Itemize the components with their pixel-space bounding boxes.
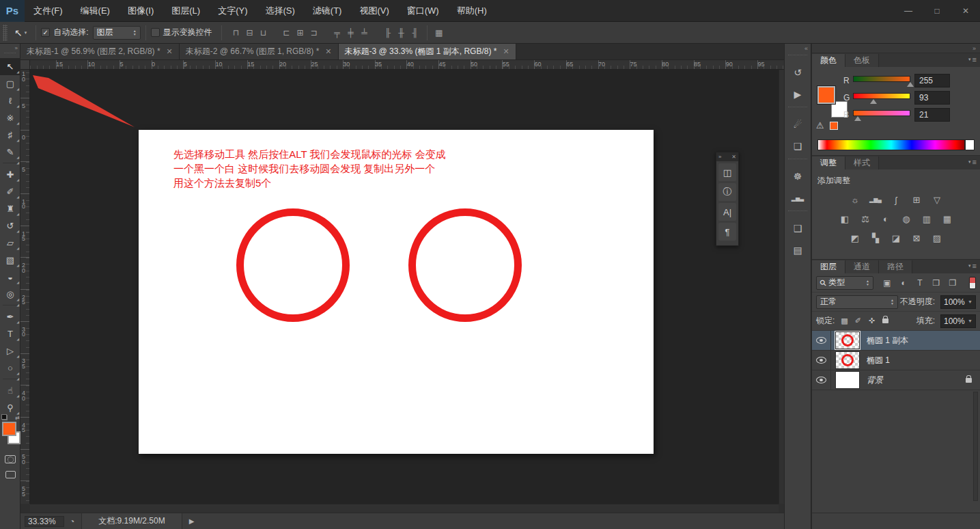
move-tool[interactable]: ↖ ◢ <box>0 58 20 75</box>
show-transform-checkbox[interactable] <box>151 28 160 37</box>
gamut-color-swatch[interactable] <box>830 122 838 130</box>
rectangular-marquee-tool[interactable]: ▢ ◢ <box>0 75 20 92</box>
layer-thumbnail[interactable] <box>835 351 860 369</box>
color-lookup-icon[interactable]: ▦ <box>938 212 956 226</box>
dock-panel-icon[interactable] <box>788 159 807 164</box>
layer-thumbnail[interactable] <box>835 331 860 349</box>
distribute-vertical-centers-icon[interactable]: ╪ <box>344 26 358 40</box>
quick-selection-tool[interactable]: ※ ◢ <box>0 109 20 126</box>
align-left-edges-icon[interactable]: ⊏ <box>280 26 294 40</box>
character-panel-icon[interactable]: A| <box>718 203 736 221</box>
default-colors-icon[interactable] <box>1 414 8 420</box>
navigator-panel-icon[interactable]: ☸ <box>788 167 807 186</box>
blue-slider-thumb[interactable] <box>854 116 861 121</box>
distribute-horizontal-centers-icon[interactable]: ╫ <box>395 26 408 40</box>
filter-smart-objects-icon[interactable]: ❐ <box>944 276 961 290</box>
layer-visibility-toggle[interactable] <box>812 351 831 370</box>
selective-color-icon[interactable]: ⊠ <box>908 231 925 245</box>
zoom-level-field[interactable]: 33.33% <box>25 516 64 527</box>
vibrance-icon[interactable]: ▽ <box>928 193 946 207</box>
spot-healing-brush-tool[interactable]: ✚ ◢ <box>0 166 20 183</box>
notes-panel-icon[interactable]: ▤ <box>788 241 807 260</box>
actions-panel-icon[interactable]: ▶ <box>788 85 807 104</box>
menu-item[interactable]: 图层(L) <box>163 0 209 21</box>
vertical-scrollbar[interactable] <box>779 70 784 504</box>
close-panel-icon[interactable]: ✕ <box>731 154 736 160</box>
filter-toggle[interactable] <box>969 277 976 289</box>
align-horizontal-centers-icon[interactable]: ⊞ <box>294 26 307 40</box>
filter-shape-layers-icon[interactable]: ❒ <box>928 276 944 290</box>
fill-field[interactable]: 100% ▼ <box>940 314 976 328</box>
layer-thumbnail[interactable] <box>835 371 860 389</box>
filter-type-layers-icon[interactable]: T <box>912 276 928 290</box>
document-canvas[interactable]: 先选择移动工具 然后按住ALT 我们会发现鼠标的光标 会变成一个黑一个白 这时候… <box>139 130 654 454</box>
color-spectrum-ramp[interactable] <box>817 139 965 150</box>
curves-icon[interactable]: ʃ <box>887 193 905 207</box>
menu-item[interactable]: 编辑(E) <box>72 0 119 21</box>
menu-item[interactable]: 选择(S) <box>256 0 303 21</box>
dock-panel-icon[interactable] <box>788 55 807 60</box>
horizontal-ruler[interactable]: 1510505101520253035404550556065707580859… <box>20 60 784 70</box>
lock-transparency-icon[interactable]: ▩ <box>837 315 851 327</box>
auto-align-layers-icon[interactable]: ▦ <box>432 26 446 40</box>
channel-mixer-icon[interactable]: ▥ <box>918 212 936 226</box>
brush-tool[interactable]: ✐ ◢ <box>0 183 20 200</box>
red-slider[interactable] <box>853 76 910 82</box>
align-right-edges-icon[interactable]: ⊐ <box>307 26 321 40</box>
layer-name[interactable]: 椭圆 1 副本 <box>867 335 908 347</box>
hue-saturation-icon[interactable]: ◧ <box>836 212 854 226</box>
document-tab[interactable]: 未标题-3 @ 33.3% (椭圆 1 副本, RGB/8) * ✕ <box>339 44 516 59</box>
blue-value-field[interactable]: 21 <box>914 108 950 122</box>
menu-item[interactable]: 帮助(H) <box>448 0 496 21</box>
align-top-edges-icon[interactable]: ⊓ <box>229 26 243 40</box>
status-options-arrow-icon[interactable]: ▶ <box>189 517 195 525</box>
minimize-button[interactable]: — <box>894 2 923 20</box>
panel-tab[interactable]: 通道 <box>845 260 879 273</box>
椭圆 1[interactable]: 椭圆 1 <box>812 351 980 370</box>
layer-visibility-toggle[interactable] <box>812 370 831 390</box>
tab-close-icon[interactable]: ✕ <box>325 47 331 56</box>
gamut-warning-icon[interactable]: ⚠ <box>816 120 824 131</box>
layer-visibility-toggle[interactable] <box>812 331 831 350</box>
gradient-tool[interactable]: ▧ ◢ <box>0 252 20 269</box>
layer-name[interactable]: 背景 <box>867 375 883 386</box>
hand-tool[interactable]: ☝ ◢ <box>0 382 20 399</box>
quick-mask-button[interactable] <box>0 452 20 467</box>
expand-dock-icon[interactable]: « <box>785 44 811 53</box>
panel-tab[interactable]: 样式 <box>845 157 879 169</box>
auto-select-checkbox[interactable] <box>41 28 50 37</box>
tool-button[interactable]: ◢ <box>0 161 20 166</box>
foreground-color-swatch[interactable] <box>2 422 16 436</box>
exposure-icon[interactable]: ⊞ <box>908 193 925 207</box>
ruler-origin-corner[interactable] <box>20 60 30 70</box>
threshold-icon[interactable]: ◪ <box>887 231 905 245</box>
tool-preset-picker[interactable]: ↖ ▾ <box>10 27 31 38</box>
panel-scrollbar[interactable] <box>973 392 978 501</box>
align-vertical-centers-icon[interactable]: ⊟ <box>243 26 257 40</box>
filter-adjustment-layers-icon[interactable]: ◐ <box>895 276 912 290</box>
distribute-top-edges-icon[interactable]: ╤ <box>331 26 344 40</box>
paragraph-panel-icon[interactable]: ¶ <box>718 223 736 241</box>
tab-close-icon[interactable]: ✕ <box>167 47 173 56</box>
vertical-ruler[interactable]: 1050510152025303540455055 <box>20 70 30 504</box>
white-color-cap[interactable] <box>965 139 975 150</box>
photo-filter-icon[interactable]: ◍ <box>897 212 915 226</box>
options-bar-grip[interactable] <box>3 25 8 41</box>
menu-item[interactable]: 滤镜(T) <box>304 0 351 21</box>
blue-slider[interactable] <box>853 110 910 116</box>
history-panel-icon[interactable]: ↺ <box>788 63 807 82</box>
panel-tab[interactable]: 路径 <box>879 260 912 273</box>
lasso-tool[interactable]: ℓ ◢ <box>0 92 20 109</box>
brightness-contrast-icon[interactable]: ☼ <box>846 193 864 207</box>
close-button[interactable]: ✕ <box>951 2 980 20</box>
document-tab[interactable]: 未标题-1 @ 56.9% (图层 2, RGB/8) * ✕ <box>20 44 180 59</box>
ellipse-tool[interactable]: ○ ◢ <box>0 360 20 377</box>
red-value-field[interactable]: 255 <box>914 74 950 87</box>
levels-icon[interactable]: ▂▆▄ <box>867 193 884 207</box>
filter-type-dropdown[interactable]: ⚲ 类型 <box>816 276 873 290</box>
椭圆 1 副本[interactable]: 椭圆 1 副本 <box>812 331 980 351</box>
history-brush-tool[interactable]: ↺ ◢ <box>0 217 20 234</box>
背景[interactable]: 背景 <box>812 370 980 390</box>
tool-button[interactable]: ◢ <box>0 303 20 308</box>
green-slider[interactable] <box>853 93 910 99</box>
